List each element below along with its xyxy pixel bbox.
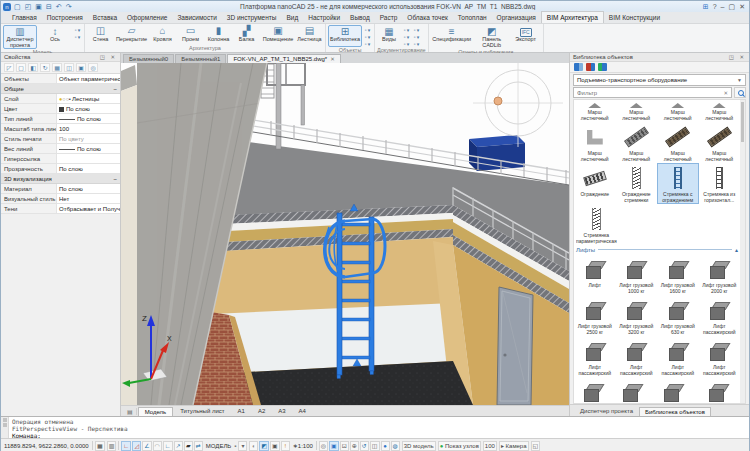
tab-rastr[interactable]: Растр (375, 12, 403, 23)
cadlib-panel-button[interactable]: ◩Панель CADLib (474, 25, 510, 49)
lock-icon[interactable] (234, 443, 236, 449)
tab-oblaka-tochek[interactable]: Облака точек (402, 12, 453, 23)
library-item[interactable]: Лифт пассажирский (транспортиров... (651, 377, 695, 404)
print-icon[interactable]: ⊟ (45, 2, 53, 11)
small-tool-icon[interactable] (363, 27, 372, 33)
zoom-window-icon[interactable] (340, 441, 349, 451)
library-item[interactable]: Марш лестничный прямой с панду... (574, 100, 616, 122)
selection-cycling-toggle[interactable] (259, 441, 269, 451)
layout-list-icon[interactable]: ▤ (124, 408, 137, 415)
library-item[interactable]: Лифт пассажирский (жилое здание) 4... (574, 336, 616, 377)
tab-oformlenie[interactable]: Оформление (122, 12, 172, 23)
property-row-transparency[interactable]: Прозрачность По слою (1, 164, 120, 174)
property-row-layer[interactable]: Слой ●○○▪Лестницы (1, 94, 120, 104)
doc-tab-active[interactable]: FOK-VN_AP_TM_T1_NBB25.dwg*✕ (227, 54, 340, 63)
command-line-strip[interactable] (1, 417, 9, 438)
move-tool-icon[interactable] (350, 441, 359, 451)
annotation-scale[interactable]: ∗1:100 (292, 442, 314, 449)
property-row-visual-style[interactable]: Визуальный стиль Нет (1, 194, 120, 204)
property-row-material[interactable]: Материал По слою (1, 184, 120, 194)
property-row-ltscale[interactable]: Масштаб типа линий 100 (1, 124, 120, 134)
tab-vyvod[interactable]: Вывод (345, 12, 375, 23)
property-row-linetype[interactable]: Тип линий По слою (1, 114, 120, 124)
locator-dot[interactable] (494, 97, 502, 105)
object-track-toggle[interactable] (163, 441, 173, 451)
workspace-icon[interactable]: ⊞ (703, 3, 709, 11)
stair-button[interactable]: ▤Лестница (296, 25, 323, 45)
tab-object-library[interactable]: Библиотека объектов (639, 407, 711, 416)
panel-pin-close-icons[interactable]: ◳ ✕ (100, 54, 117, 60)
tab-vid[interactable]: Вид (281, 12, 303, 23)
layout-tab-a1[interactable]: А1 (232, 407, 251, 415)
library-item[interactable]: Лифт грузовой 1600 кг (657, 254, 699, 295)
select-tool-icon[interactable]: ◸ (4, 63, 14, 72)
layout-tab-a3[interactable]: А3 (272, 407, 291, 415)
brightness-toggle[interactable] (249, 441, 258, 451)
library-item-selected[interactable]: Стремянка с ограждением (657, 163, 699, 204)
lineweight-toggle[interactable] (184, 441, 193, 451)
library-item[interactable]: Лифт пассажирский (офис, банк, гост... (699, 336, 741, 377)
view-mode-button[interactable]: 3D модель (402, 441, 436, 451)
collapse-icon[interactable]: − (113, 86, 117, 92)
property-row-objects[interactable]: Объекты Объект параметрический▼ (1, 74, 120, 84)
library-item[interactable]: Лифт грузовой 2500 кг (574, 295, 616, 336)
small-tool-icon[interactable] (402, 27, 411, 33)
library-item[interactable]: Марш лестничный прямой с панду... (657, 100, 699, 122)
tab-bim-arhitektura[interactable]: BIM Архитектура (541, 11, 604, 23)
panel-pin-close-icons[interactable]: ◳ ✕ (729, 54, 746, 60)
library-item[interactable]: Лифт пассажирский (офис, банк, гост... (657, 336, 699, 377)
column-button[interactable]: ▮Колонна (205, 25, 232, 45)
space-indicator[interactable]: МОДЕЛЬ (205, 443, 232, 449)
library-item[interactable]: Ограждение (574, 163, 616, 204)
tab-organizatsiya[interactable]: Организация (492, 12, 541, 23)
grid-toggle[interactable] (95, 441, 105, 451)
doc-tab-unnamed1[interactable]: Безымянный1 (175, 54, 226, 63)
filter-field[interactable]: ✕ (573, 87, 732, 98)
doc-tab-unnamed0[interactable]: Безымянный0 (123, 54, 174, 63)
viewport-config-icon[interactable] (370, 441, 380, 451)
status-config-dropdown[interactable] (238, 441, 247, 451)
block-icon[interactable]: ▣ (76, 63, 86, 72)
property-row-plotstyle[interactable]: Стиль печати По цвету (1, 134, 120, 144)
zoom-tool-icon[interactable] (319, 441, 328, 451)
layout-tab-a2[interactable]: А2 (252, 407, 271, 415)
library-view-icon[interactable] (574, 63, 583, 71)
wall-button[interactable]: ◫Стена (87, 25, 114, 45)
layout-tab-model[interactable]: Модель (138, 407, 174, 416)
category-dropdown[interactable]: Подъемно-транспортное оборудование▼ (573, 74, 746, 86)
layout-tab-a4[interactable]: А4 (293, 407, 312, 415)
clean-screen-toggle[interactable] (270, 441, 280, 451)
viewport-3d[interactable]: Z X (121, 63, 569, 405)
small-tool-icon[interactable] (363, 34, 372, 40)
open-file-icon[interactable]: ◰ (24, 2, 33, 11)
library-item[interactable]: Марш лестничный прямой с тетивой (616, 122, 658, 163)
notifications-toggle[interactable] (281, 441, 290, 451)
show-nodes-button[interactable]: ● Показ узлов (438, 441, 481, 451)
lifts-section-header[interactable]: Лифты▴ (574, 245, 740, 254)
fullscreen-icon[interactable] (531, 441, 541, 451)
save-icon[interactable]: ▣ (34, 2, 43, 11)
undo-icon[interactable]: ↶ (55, 2, 63, 11)
dynamic-ucs-toggle[interactable] (174, 441, 183, 451)
collapse-icon[interactable]: − (113, 176, 117, 182)
library-item[interactable]: Стремянка параметрическая (574, 204, 619, 245)
library-item[interactable]: Лифт пассажирский (жилое здание) 6... (616, 336, 658, 377)
tab-postroeniya[interactable]: Построения (42, 12, 88, 23)
library-settings-icon[interactable] (598, 63, 607, 71)
tab-vstavka[interactable]: Вставка (88, 12, 122, 23)
minimize-button[interactable]: – (721, 3, 725, 10)
property-row-hyperlink[interactable]: Гиперссылка (1, 154, 120, 164)
orbit-tool-icon[interactable] (360, 441, 369, 451)
library-item[interactable]: Лифт (574, 254, 616, 295)
tab-nastroyki[interactable]: Настройки (303, 12, 345, 23)
library-item[interactable]: Лифт пассажирский (офис, банк, гост... (613, 377, 652, 404)
target-icon[interactable]: ◎ (88, 63, 98, 72)
small-tool-icon[interactable] (73, 34, 82, 40)
help-button[interactable]: ? (713, 3, 717, 10)
library-item[interactable]: Лифт грузовой 3200 кг (616, 295, 658, 336)
maximize-button[interactable]: ▢ (729, 3, 736, 11)
pan-tool-icon[interactable] (329, 441, 339, 451)
export-ifc-button[interactable]: IFCЭкспорт (511, 25, 541, 49)
library-item[interactable]: Лифт пассажирский (жилое здание) 1... (699, 295, 741, 336)
library-scrollbar[interactable] (740, 100, 745, 403)
